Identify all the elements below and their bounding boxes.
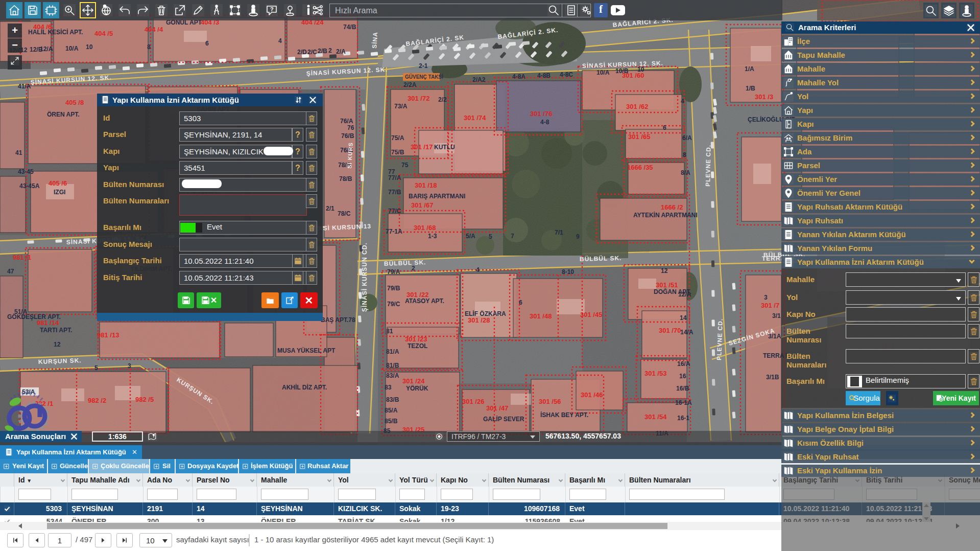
svg-text:?: ?: [270, 6, 274, 12]
